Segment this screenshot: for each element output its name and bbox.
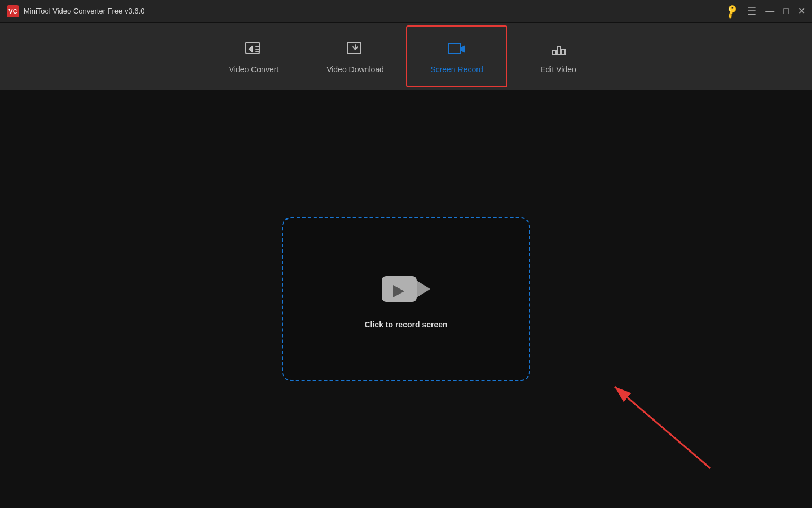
svg-marker-6 xyxy=(417,281,430,297)
tab-video-download[interactable]: Video Download xyxy=(304,25,406,87)
record-text: Click to record screen xyxy=(364,320,447,329)
tab-edit-video[interactable]: Edit Video xyxy=(508,25,609,87)
record-area[interactable]: Click to record screen xyxy=(282,217,530,381)
nav-bar: Video Convert Video Download Screen Reco… xyxy=(0,23,812,90)
tab-screen-record[interactable]: Screen Record xyxy=(406,25,508,87)
svg-rect-3 xyxy=(448,43,461,54)
camera-record-icon xyxy=(381,269,431,309)
tab-video-convert-label: Video Convert xyxy=(229,65,279,74)
tab-screen-record-label: Screen Record xyxy=(430,65,483,74)
close-button[interactable]: ✕ xyxy=(798,7,805,16)
maximize-button[interactable]: □ xyxy=(783,7,789,16)
menu-icon[interactable]: ☰ xyxy=(747,6,756,16)
title-bar: VC MiniTool Video Converter Free v3.6.0 … xyxy=(0,0,812,23)
window-controls: 🔑 ☰ — □ ✕ xyxy=(726,5,805,17)
main-content: Click to record screen xyxy=(0,90,812,508)
video-download-icon xyxy=(345,39,365,59)
svg-line-8 xyxy=(615,387,710,468)
tab-video-download-label: Video Download xyxy=(326,65,384,74)
tab-edit-video-label: Edit Video xyxy=(540,65,576,74)
app-title: MiniTool Video Converter Free v3.6.0 xyxy=(24,7,144,15)
screen-record-icon xyxy=(447,39,467,59)
video-convert-icon xyxy=(244,39,264,59)
tab-video-convert[interactable]: Video Convert xyxy=(203,25,304,87)
edit-video-icon xyxy=(548,39,568,59)
app-logo: VC xyxy=(7,5,19,17)
title-bar-left: VC MiniTool Video Converter Free v3.6.0 xyxy=(7,5,144,17)
minimize-button[interactable]: — xyxy=(765,7,774,16)
camera-icon-svg xyxy=(381,269,431,309)
key-icon: 🔑 xyxy=(723,2,740,19)
annotation-arrow xyxy=(564,364,722,477)
